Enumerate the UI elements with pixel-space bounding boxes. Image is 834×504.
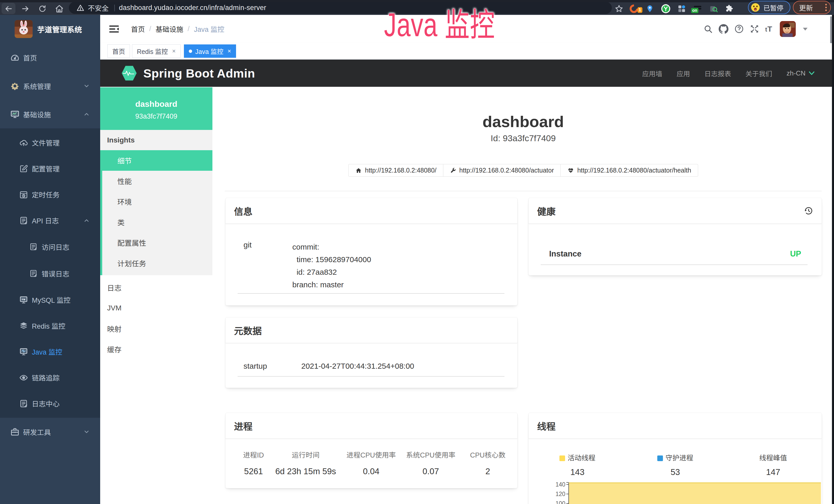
tab-java-monitor[interactable]: Java 监控 ×	[184, 44, 236, 58]
browser-menu-kebab-icon[interactable]	[825, 4, 827, 11]
sidebar-item-system[interactable]: 系统管理	[0, 72, 100, 100]
sidebar-item-infra[interactable]: 基础设施	[0, 100, 100, 129]
process-card-title: 进程	[234, 419, 253, 432]
sidebar-item-label: 日志中心	[32, 398, 60, 409]
extensions-puzzle-button[interactable]	[722, 5, 737, 13]
sba-menu-item-configprops[interactable]: 配置属性	[102, 232, 213, 253]
tab-home[interactable]: 首页	[107, 44, 130, 58]
header-github-button[interactable]	[719, 24, 728, 34]
extension-search-button[interactable]	[706, 4, 722, 13]
sba-menu-item-jvm[interactable]: JVM	[100, 298, 213, 318]
sba-instance-id: 93a3fc7f7409	[100, 112, 213, 120]
sidebar-item-file[interactable]: 文件管理	[0, 130, 100, 156]
sidebar-item-log-center[interactable]: 日志中心	[0, 391, 100, 416]
extension-y-button[interactable]	[658, 4, 674, 14]
surprised-emoji-icon	[750, 3, 760, 12]
info-line: time: 1596289704000	[292, 255, 371, 264]
metadata-card-title: 元数据	[234, 323, 262, 337]
address-separator	[114, 5, 115, 11]
sba-brand-title: Spring Boot Admin	[143, 66, 255, 81]
profile-paused-button[interactable]: 已暂停	[748, 1, 790, 14]
browser-home-button[interactable]	[51, 2, 68, 15]
error-log-icon	[29, 269, 38, 278]
sidebar-item-job[interactable]: 定时任务	[0, 182, 100, 207]
extension-orange-button[interactable]: 1	[626, 4, 642, 13]
info-row-border	[238, 293, 504, 294]
header-search-button[interactable]	[704, 24, 713, 33]
health-url-button[interactable]: http://192.168.0.2:48080/actuator/health	[561, 164, 698, 177]
sidebar-item-label: 访问日志	[42, 242, 69, 252]
dashboard-gauge-icon	[10, 53, 20, 62]
extension-pin-button[interactable]	[642, 5, 658, 13]
sidebar-item-devtools[interactable]: 研发工具	[0, 418, 100, 446]
scrollbar-thumb[interactable]	[830, 17, 832, 43]
sidebar-item-label: 链路追踪	[32, 372, 60, 383]
sba-menu-item-scheduledtasks[interactable]: 计划任务	[102, 253, 213, 273]
threads-legend-peak: 线程峰值	[734, 454, 812, 462]
sba-menu-item-label: 性能	[117, 176, 132, 186]
browser-update-button[interactable]: 更新	[793, 1, 831, 14]
sidebar-item-access-log[interactable]: 访问日志	[0, 233, 100, 260]
sba-menu-item-details[interactable]: 细节	[100, 150, 213, 171]
sba-nav-about[interactable]: 关于我们	[745, 69, 772, 78]
legend-square-yellow	[559, 456, 565, 461]
monitor-icon	[10, 110, 20, 119]
app-logo-row[interactable]: 芋道管理系统	[0, 15, 100, 43]
sba-menu-item-logfile[interactable]: 日志	[100, 277, 213, 298]
sba-menu-item-classes[interactable]: 类	[102, 212, 213, 232]
sidebar-item-redis[interactable]: Redis 监控	[0, 313, 100, 339]
sidebar-item-mysql[interactable]: MySQL 监控	[0, 287, 100, 313]
update-label: 更新	[799, 3, 813, 13]
extension-grid-button[interactable]	[674, 4, 690, 13]
sidebar-item-config[interactable]: 配置管理	[0, 156, 100, 182]
threads-area-series	[569, 482, 821, 504]
sba-menu-item-label: 细节	[117, 155, 132, 166]
sba-brand[interactable]: Spring Boot Admin	[121, 60, 255, 87]
sba-nav-applications[interactable]: 应用	[677, 69, 690, 78]
instance-url-button[interactable]: http://192.168.0.2:48080/	[348, 164, 443, 177]
user-menu[interactable]	[780, 21, 808, 37]
url-text[interactable]: dashboard.yudao.iocoder.cn/infra/admin-s…	[119, 4, 266, 12]
health-history-button[interactable]	[804, 206, 813, 215]
mini-magnifier-icon	[709, 4, 718, 13]
close-tab-icon[interactable]: ×	[172, 47, 176, 55]
sba-nav-journal[interactable]: 日志报表	[704, 69, 731, 78]
sidebar-toggle-button[interactable]	[109, 24, 119, 34]
sidebar-item-home[interactable]: 首页	[0, 43, 100, 72]
sba-menu-item-environment[interactable]: 环境	[102, 191, 213, 212]
browser-reload-button[interactable]	[34, 2, 51, 15]
sidebar-item-label: 定时任务	[32, 189, 60, 200]
sidebar-item-java-monitor[interactable]: Java 监控	[0, 339, 100, 365]
metadata-row: startup 2021-04-27T00:44:31.254+08:00	[243, 362, 414, 370]
breadcrumb-home[interactable]: 首页	[131, 24, 145, 34]
browser-back-button[interactable]	[0, 2, 17, 15]
bookmark-star-button[interactable]	[612, 5, 626, 13]
header-help-button[interactable]	[734, 24, 744, 33]
sba-nav-wall[interactable]: 应用墙	[642, 69, 662, 78]
sidebar-item-tracing[interactable]: 链路追踪	[0, 365, 100, 391]
info-line: commit:	[292, 243, 319, 251]
threads-legend-daemon: 守护进程	[637, 454, 714, 462]
breadcrumb-section[interactable]: 基础设施	[156, 24, 183, 34]
window-scrollbar[interactable]	[832, 15, 834, 504]
extension-tabs-button[interactable]: on	[690, 4, 706, 13]
sba-menu-item-caches[interactable]: 缓存	[100, 339, 213, 360]
github-icon	[719, 24, 728, 34]
sba-instance-header[interactable]: dashboard 93a3fc7f7409	[100, 87, 213, 130]
process-card: 进程 进程ID 运行时间 进程CPU使用率 系统CPU使用率 CPU核心数 52…	[225, 413, 518, 488]
tab-redis-monitor[interactable]: Redis 监控 ×	[132, 44, 180, 58]
browser-forward-button[interactable]	[17, 2, 34, 15]
header-fontsize-button[interactable]: tT	[765, 25, 772, 33]
sidebar-item-error-log[interactable]: 错误日志	[0, 260, 100, 287]
sba-menu-item-metrics[interactable]: 性能	[102, 171, 213, 191]
sidebar-item-api-log[interactable]: API 日志	[0, 207, 100, 233]
header-fullscreen-button[interactable]	[750, 24, 759, 33]
health-row-label: Instance	[549, 249, 581, 258]
sba-menu-item-mappings[interactable]: 映射	[100, 318, 213, 339]
paused-label: 已暂停	[763, 3, 784, 12]
close-tab-icon[interactable]: ×	[227, 47, 231, 55]
actuator-url-button[interactable]: http://192.168.0.2:48080/actuator	[443, 164, 561, 177]
security-label[interactable]: 不安全	[88, 3, 109, 13]
sba-language-select[interactable]: zh-CN	[787, 69, 815, 77]
browser-address-bar[interactable]: 不安全 dashboard.yudao.iocoder.cn/infra/adm…	[69, 2, 612, 14]
